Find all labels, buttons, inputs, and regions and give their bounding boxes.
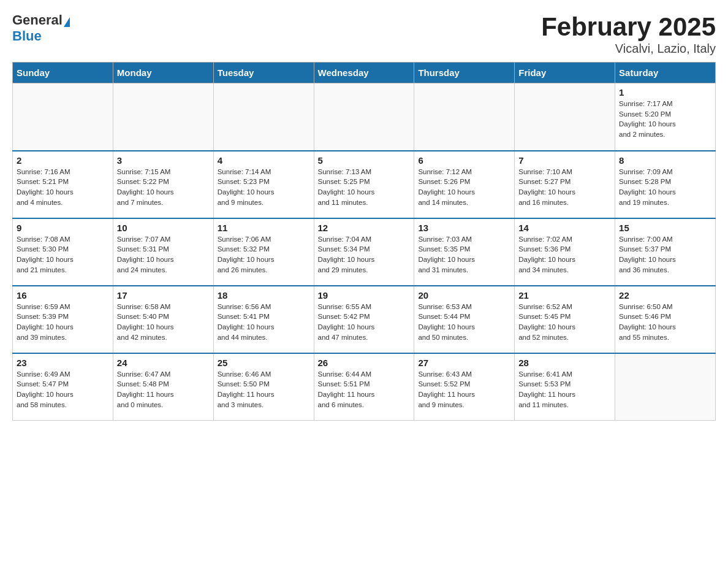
calendar-day-cell: 18Sunrise: 6:56 AM Sunset: 5:41 PM Dayli…: [213, 286, 314, 353]
calendar-day-cell: [13, 83, 113, 151]
day-number: 14: [518, 223, 611, 233]
day-of-week-header: Monday: [113, 63, 213, 83]
day-info: Sunrise: 7:17 AM Sunset: 5:20 PM Dayligh…: [619, 99, 711, 140]
calendar-subtitle: Vicalvi, Lazio, Italy: [541, 42, 716, 56]
day-of-week-header: Sunday: [13, 63, 113, 83]
calendar-day-cell: 16Sunrise: 6:59 AM Sunset: 5:39 PM Dayli…: [13, 286, 113, 353]
day-number: 20: [418, 290, 510, 301]
calendar-day-cell: 10Sunrise: 7:07 AM Sunset: 5:31 PM Dayli…: [113, 218, 213, 286]
day-number: 23: [17, 358, 109, 368]
calendar-day-cell: 22Sunrise: 6:50 AM Sunset: 5:46 PM Dayli…: [615, 286, 716, 353]
day-info: Sunrise: 7:16 AM Sunset: 5:21 PM Dayligh…: [17, 167, 109, 208]
logo-bottom-line: Blue: [12, 28, 42, 44]
day-number: 11: [218, 223, 310, 233]
calendar-day-cell: 26Sunrise: 6:44 AM Sunset: 5:51 PM Dayli…: [314, 353, 414, 421]
day-of-week-header: Thursday: [414, 63, 515, 83]
day-info: Sunrise: 7:10 AM Sunset: 5:27 PM Dayligh…: [518, 167, 611, 208]
calendar-week-row: 23Sunrise: 6:49 AM Sunset: 5:47 PM Dayli…: [13, 353, 716, 421]
day-of-week-header: Friday: [515, 63, 615, 83]
day-info: Sunrise: 6:43 AM Sunset: 5:52 PM Dayligh…: [418, 369, 510, 410]
logo-top-line: General: [12, 12, 70, 28]
day-number: 28: [518, 358, 611, 368]
calendar-day-cell: 8Sunrise: 7:09 AM Sunset: 5:28 PM Daylig…: [615, 151, 716, 218]
day-number: 13: [418, 223, 510, 233]
day-info: Sunrise: 7:07 AM Sunset: 5:31 PM Dayligh…: [117, 234, 210, 275]
day-info: Sunrise: 6:53 AM Sunset: 5:44 PM Dayligh…: [418, 302, 510, 343]
calendar-day-cell: 20Sunrise: 6:53 AM Sunset: 5:44 PM Dayli…: [414, 286, 515, 353]
day-info: Sunrise: 6:49 AM Sunset: 5:47 PM Dayligh…: [17, 369, 109, 410]
day-number: 27: [418, 358, 510, 368]
calendar-day-cell: [113, 83, 213, 151]
day-of-week-header: Wednesday: [314, 63, 414, 83]
day-info: Sunrise: 6:52 AM Sunset: 5:45 PM Dayligh…: [518, 302, 611, 343]
day-number: 19: [318, 290, 411, 301]
day-info: Sunrise: 6:44 AM Sunset: 5:51 PM Dayligh…: [318, 369, 411, 410]
calendar-day-cell: 5Sunrise: 7:13 AM Sunset: 5:25 PM Daylig…: [314, 151, 414, 218]
day-number: 4: [218, 155, 310, 166]
day-info: Sunrise: 6:50 AM Sunset: 5:46 PM Dayligh…: [619, 302, 711, 343]
calendar-week-row: 9Sunrise: 7:08 AM Sunset: 5:30 PM Daylig…: [13, 218, 716, 286]
calendar-day-cell: [213, 83, 314, 151]
day-number: 7: [518, 155, 611, 166]
calendar-day-cell: 11Sunrise: 7:06 AM Sunset: 5:32 PM Dayli…: [213, 218, 314, 286]
calendar-day-cell: [414, 83, 515, 151]
day-info: Sunrise: 7:04 AM Sunset: 5:34 PM Dayligh…: [318, 234, 411, 275]
calendar-day-cell: [314, 83, 414, 151]
day-of-week-header: Tuesday: [213, 63, 314, 83]
calendar-title: February 2025: [541, 12, 716, 42]
day-number: 15: [619, 223, 711, 233]
calendar-table: SundayMondayTuesdayWednesdayThursdayFrid…: [12, 62, 716, 421]
day-info: Sunrise: 6:58 AM Sunset: 5:40 PM Dayligh…: [117, 302, 210, 343]
calendar-day-cell: 28Sunrise: 6:41 AM Sunset: 5:53 PM Dayli…: [515, 353, 615, 421]
calendar-day-cell: 4Sunrise: 7:14 AM Sunset: 5:23 PM Daylig…: [213, 151, 314, 218]
calendar-day-cell: 9Sunrise: 7:08 AM Sunset: 5:30 PM Daylig…: [13, 218, 113, 286]
day-info: Sunrise: 7:03 AM Sunset: 5:35 PM Dayligh…: [418, 234, 510, 275]
calendar-week-row: 1Sunrise: 7:17 AM Sunset: 5:20 PM Daylig…: [13, 83, 716, 151]
day-info: Sunrise: 7:13 AM Sunset: 5:25 PM Dayligh…: [318, 167, 411, 208]
day-info: Sunrise: 6:55 AM Sunset: 5:42 PM Dayligh…: [318, 302, 411, 343]
calendar-day-cell: 25Sunrise: 6:46 AM Sunset: 5:50 PM Dayli…: [213, 353, 314, 421]
calendar-day-cell: 17Sunrise: 6:58 AM Sunset: 5:40 PM Dayli…: [113, 286, 213, 353]
day-number: 17: [117, 290, 210, 301]
day-of-week-header: Saturday: [615, 63, 716, 83]
day-info: Sunrise: 7:00 AM Sunset: 5:37 PM Dayligh…: [619, 234, 711, 275]
calendar-day-cell: 19Sunrise: 6:55 AM Sunset: 5:42 PM Dayli…: [314, 286, 414, 353]
calendar-day-cell: 6Sunrise: 7:12 AM Sunset: 5:26 PM Daylig…: [414, 151, 515, 218]
calendar-week-row: 16Sunrise: 6:59 AM Sunset: 5:39 PM Dayli…: [13, 286, 716, 353]
calendar-day-cell: 2Sunrise: 7:16 AM Sunset: 5:21 PM Daylig…: [13, 151, 113, 218]
day-number: 18: [218, 290, 310, 301]
logo-blue-text: Blue: [12, 28, 42, 44]
calendar-day-cell: [615, 353, 716, 421]
day-number: 10: [117, 223, 210, 233]
day-number: 16: [17, 290, 109, 301]
logo: General Blue: [12, 12, 70, 44]
calendar-day-cell: 21Sunrise: 6:52 AM Sunset: 5:45 PM Dayli…: [515, 286, 615, 353]
day-number: 26: [318, 358, 411, 368]
calendar-header: SundayMondayTuesdayWednesdayThursdayFrid…: [13, 63, 716, 83]
day-number: 25: [218, 358, 310, 368]
calendar-day-cell: 13Sunrise: 7:03 AM Sunset: 5:35 PM Dayli…: [414, 218, 515, 286]
day-number: 2: [17, 155, 109, 166]
calendar-day-cell: 7Sunrise: 7:10 AM Sunset: 5:27 PM Daylig…: [515, 151, 615, 218]
calendar-day-cell: 15Sunrise: 7:00 AM Sunset: 5:37 PM Dayli…: [615, 218, 716, 286]
day-info: Sunrise: 6:41 AM Sunset: 5:53 PM Dayligh…: [518, 369, 611, 410]
day-info: Sunrise: 6:47 AM Sunset: 5:48 PM Dayligh…: [117, 369, 210, 410]
day-number: 1: [619, 87, 711, 98]
day-number: 5: [318, 155, 411, 166]
calendar-day-cell: 12Sunrise: 7:04 AM Sunset: 5:34 PM Dayli…: [314, 218, 414, 286]
day-info: Sunrise: 7:14 AM Sunset: 5:23 PM Dayligh…: [218, 167, 310, 208]
day-info: Sunrise: 6:46 AM Sunset: 5:50 PM Dayligh…: [218, 369, 310, 410]
calendar-day-cell: 14Sunrise: 7:02 AM Sunset: 5:36 PM Dayli…: [515, 218, 615, 286]
logo-triangle-icon: [64, 17, 70, 27]
days-of-week-row: SundayMondayTuesdayWednesdayThursdayFrid…: [13, 63, 716, 83]
calendar-day-cell: 3Sunrise: 7:15 AM Sunset: 5:22 PM Daylig…: [113, 151, 213, 218]
day-info: Sunrise: 7:08 AM Sunset: 5:30 PM Dayligh…: [17, 234, 109, 275]
day-number: 6: [418, 155, 510, 166]
calendar-body: 1Sunrise: 7:17 AM Sunset: 5:20 PM Daylig…: [13, 83, 716, 421]
day-number: 22: [619, 290, 711, 301]
day-info: Sunrise: 7:12 AM Sunset: 5:26 PM Dayligh…: [418, 167, 510, 208]
day-info: Sunrise: 6:56 AM Sunset: 5:41 PM Dayligh…: [218, 302, 310, 343]
calendar-day-cell: 1Sunrise: 7:17 AM Sunset: 5:20 PM Daylig…: [615, 83, 716, 151]
day-number: 24: [117, 358, 210, 368]
day-number: 9: [17, 223, 109, 233]
